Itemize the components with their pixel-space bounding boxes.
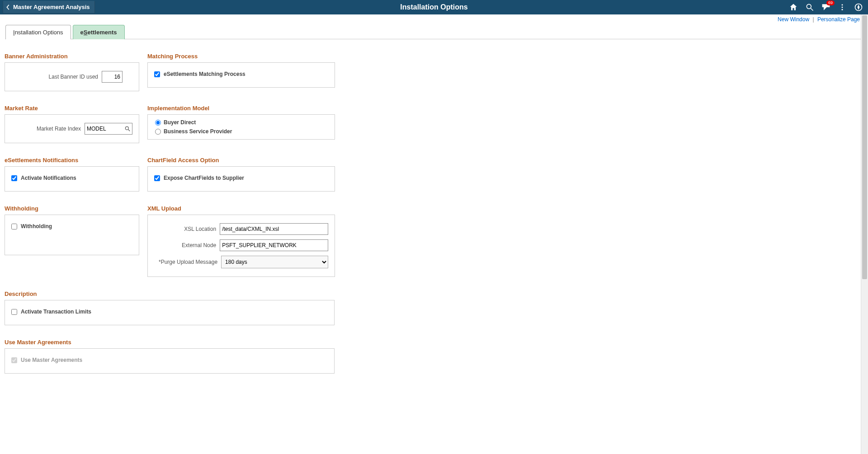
- actions-menu-icon[interactable]: [837, 2, 847, 12]
- checkbox-activate-transaction-limits[interactable]: [11, 309, 17, 315]
- section-title-market-rate: Market Rate: [5, 105, 139, 112]
- navigator-icon[interactable]: [854, 2, 863, 12]
- checkbox-row-master-agreements: Use Master Agreements: [11, 357, 328, 363]
- svg-point-3: [842, 7, 843, 8]
- radio-row-buyer-direct[interactable]: Buyer Direct: [155, 119, 328, 126]
- radio-row-bsp[interactable]: Business Service Provider: [155, 128, 328, 135]
- new-window-link[interactable]: New Window: [778, 16, 809, 23]
- tab-esettlements[interactable]: eSettlements: [73, 25, 125, 39]
- notifications-icon[interactable]: 69: [821, 2, 831, 12]
- app-header: Master Agreement Analysis Installation O…: [0, 0, 868, 14]
- back-icon[interactable]: [6, 4, 10, 10]
- radio-buyer-direct[interactable]: [155, 120, 161, 126]
- group-master-agreements: Use Master Agreements: [5, 348, 335, 374]
- checkbox-expose-chartfields[interactable]: [154, 175, 160, 181]
- section-title-banner: Banner Administration: [5, 53, 139, 60]
- label-last-banner: Last Banner ID used: [11, 74, 102, 80]
- breadcrumb-label: Master Agreement Analysis: [13, 4, 90, 10]
- breadcrumb[interactable]: Master Agreement Analysis: [3, 1, 95, 14]
- label-xsl-location: XSL Location: [154, 226, 220, 232]
- personalize-page-link[interactable]: Personalize Page: [817, 16, 860, 23]
- section-title-notifications: eSettlements Notifications: [5, 157, 139, 164]
- lookup-icon[interactable]: [124, 126, 131, 132]
- input-xsl-location[interactable]: [220, 223, 328, 235]
- label-purge-upload: Purge Upload Message: [154, 259, 221, 265]
- checkbox-label-notifications: Activate Notifications: [21, 175, 76, 181]
- radio-business-service-provider[interactable]: [155, 129, 161, 135]
- tab-label-rest: nstallation Options: [15, 29, 63, 36]
- checkbox-row-transaction-limits[interactable]: Activate Transaction Limits: [11, 309, 328, 315]
- svg-point-4: [842, 9, 843, 10]
- tab-installation-options[interactable]: Installation Options: [5, 25, 71, 39]
- radio-label-bsp: Business Service Provider: [164, 128, 232, 135]
- radio-label-buyer-direct: Buyer Direct: [164, 119, 196, 126]
- select-purge-upload-message[interactable]: 180 days: [221, 256, 328, 268]
- checkbox-label-master-agreements: Use Master Agreements: [21, 357, 82, 363]
- checkbox-row-notifications[interactable]: Activate Notifications: [11, 175, 132, 181]
- vertical-scrollbar[interactable]: [861, 14, 868, 405]
- checkbox-matching-process[interactable]: [154, 71, 160, 77]
- input-external-node[interactable]: [220, 239, 328, 251]
- group-xml-upload: XSL Location External Node Purge Upload …: [147, 215, 335, 277]
- content-area: Banner Administration Last Banner ID use…: [0, 39, 868, 405]
- group-banner-admin: Last Banner ID used: [5, 62, 139, 91]
- group-chartfield-access: Expose ChartFields to Supplier: [147, 166, 335, 192]
- checkbox-withholding[interactable]: [11, 224, 17, 229]
- label-external-node: External Node: [154, 242, 220, 248]
- group-notifications: Activate Notifications: [5, 166, 139, 192]
- page-title: Installation Options: [400, 3, 467, 11]
- input-last-banner-id[interactable]: [102, 71, 123, 83]
- section-title-description: Description: [5, 290, 335, 297]
- header-actions: 69: [788, 2, 863, 12]
- svg-point-0: [807, 4, 811, 9]
- checkbox-activate-notifications[interactable]: [11, 175, 17, 181]
- tab-strip: Installation Options eSettlements: [5, 24, 868, 39]
- link-separator: |: [812, 16, 814, 23]
- group-market-rate: Market Rate Index: [5, 114, 139, 143]
- checkbox-use-master-agreements: [11, 357, 17, 363]
- checkbox-label-matching: eSettlements Matching Process: [164, 71, 245, 77]
- group-implementation-model: Buyer Direct Business Service Provider: [147, 114, 335, 140]
- svg-point-2: [842, 4, 843, 5]
- tab-label-rest: ettlements: [87, 29, 117, 36]
- section-title-xml-upload: XML Upload: [147, 205, 335, 212]
- section-title-impl-model: Implementation Model: [147, 105, 335, 112]
- checkbox-row-matching[interactable]: eSettlements Matching Process: [154, 71, 328, 77]
- group-withholding: Withholding: [5, 215, 139, 255]
- home-icon[interactable]: [788, 2, 798, 12]
- notification-badge: 69: [826, 0, 835, 5]
- search-icon[interactable]: [805, 2, 815, 12]
- section-title-cf-access: ChartField Access Option: [147, 157, 335, 164]
- svg-point-6: [125, 126, 128, 130]
- checkbox-label-withholding: Withholding: [21, 223, 52, 229]
- scrollbar-thumb[interactable]: [862, 15, 867, 279]
- label-market-rate-index: Market Rate Index: [11, 126, 85, 132]
- tab-prefix: e: [80, 29, 84, 36]
- checkbox-label-cf-access: Expose ChartFields to Supplier: [164, 175, 244, 181]
- section-title-matching: Matching Process: [147, 53, 335, 60]
- section-title-withholding: Withholding: [5, 205, 139, 212]
- group-description: Activate Transaction Limits: [5, 300, 335, 325]
- svg-line-7: [128, 130, 130, 131]
- checkbox-label-transaction-limits: Activate Transaction Limits: [21, 309, 91, 315]
- section-title-master-agreements: Use Master Agreements: [5, 339, 335, 346]
- checkbox-row-withholding[interactable]: Withholding: [11, 223, 132, 229]
- group-matching-process: eSettlements Matching Process: [147, 62, 335, 88]
- page-util-links: New Window | Personalize Page: [0, 14, 868, 23]
- svg-line-1: [811, 9, 813, 11]
- checkbox-row-cf-access[interactable]: Expose ChartFields to Supplier: [154, 175, 328, 181]
